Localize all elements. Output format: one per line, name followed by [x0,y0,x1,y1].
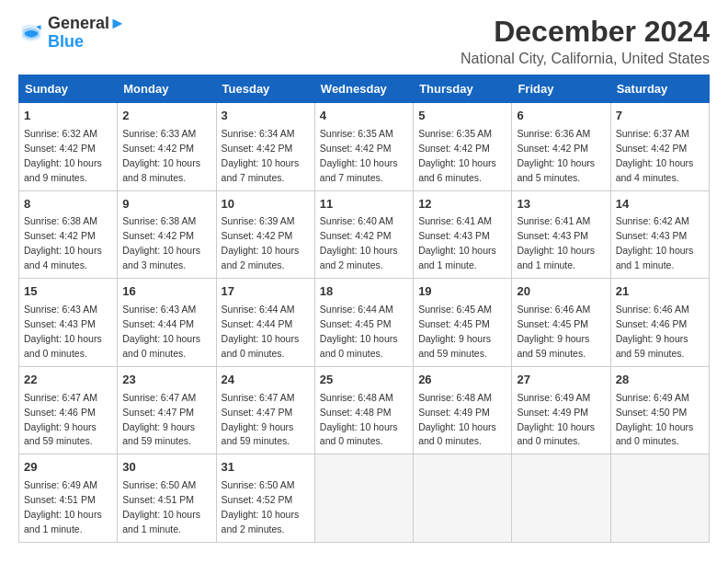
calendar-cell: 8Sunrise: 6:38 AMSunset: 4:42 PMDaylight… [19,190,118,279]
day-number: 16 [122,283,210,301]
day-number: 22 [24,372,112,389]
calendar-cell: 29Sunrise: 6:49 AMSunset: 4:51 PMDayligh… [19,454,118,543]
calendar-cell: 22Sunrise: 6:47 AMSunset: 4:46 PMDayligh… [19,366,118,454]
day-info: Sunrise: 6:35 AMSunset: 4:42 PMDaylight:… [320,128,398,183]
calendar-cell: 1Sunrise: 6:32 AMSunset: 4:42 PMDaylight… [19,103,118,191]
day-info: Sunrise: 6:41 AMSunset: 4:43 PMDaylight:… [517,215,595,270]
logo-text: General► Blue [48,15,126,52]
calendar-cell: 12Sunrise: 6:41 AMSunset: 4:43 PMDayligh… [414,190,512,279]
day-number: 4 [320,108,408,125]
day-info: Sunrise: 6:32 AMSunset: 4:42 PMDaylight:… [24,128,102,183]
day-number: 25 [320,372,408,389]
calendar-cell: 3Sunrise: 6:34 AMSunset: 4:42 PMDaylight… [216,103,314,191]
day-info: Sunrise: 6:39 AMSunset: 4:42 PMDaylight:… [222,215,300,270]
header-friday: Friday [512,75,610,103]
day-number: 3 [222,108,310,125]
calendar-cell: 30Sunrise: 6:50 AMSunset: 4:51 PMDayligh… [118,454,216,543]
day-info: Sunrise: 6:46 AMSunset: 4:46 PMDaylight:… [616,304,689,359]
calendar-cell: 24Sunrise: 6:47 AMSunset: 4:47 PMDayligh… [216,366,314,454]
day-info: Sunrise: 6:43 AMSunset: 4:44 PMDaylight:… [122,304,200,359]
day-info: Sunrise: 6:35 AMSunset: 4:42 PMDaylight:… [418,128,496,183]
calendar-cell: 26Sunrise: 6:48 AMSunset: 4:49 PMDayligh… [414,366,512,454]
calendar-week-5: 29Sunrise: 6:49 AMSunset: 4:51 PMDayligh… [19,454,710,543]
day-number: 15 [24,283,112,301]
header-tuesday: Tuesday [216,75,314,103]
day-number: 6 [517,108,605,125]
month-title: December 2024 [461,15,710,49]
calendar-cell: 21Sunrise: 6:46 AMSunset: 4:46 PMDayligh… [610,279,709,367]
calendar-cell: 15Sunrise: 6:43 AMSunset: 4:43 PMDayligh… [19,279,118,367]
day-info: Sunrise: 6:38 AMSunset: 4:42 PMDaylight:… [122,215,200,270]
calendar-cell: 18Sunrise: 6:44 AMSunset: 4:45 PMDayligh… [314,279,413,367]
calendar-cell: 31Sunrise: 6:50 AMSunset: 4:52 PMDayligh… [216,454,314,543]
day-number: 1 [24,108,112,125]
day-info: Sunrise: 6:41 AMSunset: 4:43 PMDaylight:… [418,215,496,270]
day-info: Sunrise: 6:37 AMSunset: 4:42 PMDaylight:… [616,128,694,183]
calendar-cell: 17Sunrise: 6:44 AMSunset: 4:44 PMDayligh… [216,279,314,367]
calendar-cell: 7Sunrise: 6:37 AMSunset: 4:42 PMDaylight… [610,103,709,191]
header-wednesday: Wednesday [314,75,413,103]
day-number: 7 [616,108,704,125]
calendar-cell: 9Sunrise: 6:38 AMSunset: 4:42 PMDaylight… [118,190,216,279]
day-info: Sunrise: 6:49 AMSunset: 4:49 PMDaylight:… [517,392,595,447]
header-sunday: Sunday [19,75,118,103]
calendar-cell: 11Sunrise: 6:40 AMSunset: 4:42 PMDayligh… [314,190,413,279]
page-header: General► Blue December 2024 National Cit… [18,15,710,67]
calendar-week-4: 22Sunrise: 6:47 AMSunset: 4:46 PMDayligh… [19,366,710,454]
calendar-cell: 10Sunrise: 6:39 AMSunset: 4:42 PMDayligh… [216,190,314,279]
day-info: Sunrise: 6:36 AMSunset: 4:42 PMDaylight:… [517,128,595,183]
calendar-cell: 20Sunrise: 6:46 AMSunset: 4:45 PMDayligh… [512,279,610,367]
day-number: 30 [122,459,210,477]
title-area: December 2024 National City, California,… [461,15,710,67]
day-info: Sunrise: 6:45 AMSunset: 4:45 PMDaylight:… [418,304,492,359]
day-number: 28 [616,372,704,389]
day-info: Sunrise: 6:46 AMSunset: 4:45 PMDaylight:… [517,304,590,359]
calendar-cell: 27Sunrise: 6:49 AMSunset: 4:49 PMDayligh… [512,366,610,454]
day-info: Sunrise: 6:38 AMSunset: 4:42 PMDaylight:… [24,215,102,270]
calendar-week-3: 15Sunrise: 6:43 AMSunset: 4:43 PMDayligh… [19,279,710,367]
day-number: 5 [418,108,506,125]
header-saturday: Saturday [610,75,709,103]
day-number: 18 [320,283,408,301]
day-info: Sunrise: 6:43 AMSunset: 4:43 PMDaylight:… [24,304,102,359]
calendar-cell: 16Sunrise: 6:43 AMSunset: 4:44 PMDayligh… [118,279,216,367]
day-info: Sunrise: 6:44 AMSunset: 4:45 PMDaylight:… [320,304,398,359]
calendar-cell: 5Sunrise: 6:35 AMSunset: 4:42 PMDaylight… [414,103,512,191]
calendar-cell: 13Sunrise: 6:41 AMSunset: 4:43 PMDayligh… [512,190,610,279]
logo-icon [18,20,44,46]
day-number: 11 [320,196,408,213]
day-info: Sunrise: 6:44 AMSunset: 4:44 PMDaylight:… [222,304,300,359]
day-number: 8 [24,196,112,213]
day-number: 27 [517,372,605,389]
calendar-cell: 4Sunrise: 6:35 AMSunset: 4:42 PMDaylight… [314,103,413,191]
day-number: 10 [222,196,310,213]
calendar-table: SundayMondayTuesdayWednesdayThursdayFrid… [18,75,710,543]
calendar-cell [512,454,610,543]
calendar-header-row: SundayMondayTuesdayWednesdayThursdayFrid… [19,75,710,103]
day-info: Sunrise: 6:49 AMSunset: 4:50 PMDaylight:… [616,392,694,447]
calendar-cell: 23Sunrise: 6:47 AMSunset: 4:47 PMDayligh… [118,366,216,454]
calendar-cell: 25Sunrise: 6:48 AMSunset: 4:48 PMDayligh… [314,366,413,454]
day-number: 12 [418,196,506,213]
day-info: Sunrise: 6:34 AMSunset: 4:42 PMDaylight:… [222,128,300,183]
day-info: Sunrise: 6:47 AMSunset: 4:46 PMDaylight:… [24,392,97,447]
day-number: 20 [517,283,605,301]
header-monday: Monday [118,75,216,103]
day-info: Sunrise: 6:48 AMSunset: 4:49 PMDaylight:… [418,392,496,447]
day-info: Sunrise: 6:48 AMSunset: 4:48 PMDaylight:… [320,392,398,447]
calendar-week-2: 8Sunrise: 6:38 AMSunset: 4:42 PMDaylight… [19,190,710,279]
day-number: 14 [616,196,704,213]
day-info: Sunrise: 6:40 AMSunset: 4:42 PMDaylight:… [320,215,398,270]
day-number: 24 [222,372,310,389]
calendar-cell: 28Sunrise: 6:49 AMSunset: 4:50 PMDayligh… [610,366,709,454]
day-info: Sunrise: 6:49 AMSunset: 4:51 PMDaylight:… [24,479,102,534]
location-title: National City, California, United States [461,51,710,67]
day-info: Sunrise: 6:47 AMSunset: 4:47 PMDaylight:… [122,392,196,447]
day-number: 9 [122,196,210,213]
calendar-cell [414,454,512,543]
day-info: Sunrise: 6:42 AMSunset: 4:43 PMDaylight:… [616,215,694,270]
day-number: 31 [222,459,310,477]
day-number: 19 [418,283,506,301]
calendar-cell [314,454,413,543]
calendar-cell: 6Sunrise: 6:36 AMSunset: 4:42 PMDaylight… [512,103,610,191]
